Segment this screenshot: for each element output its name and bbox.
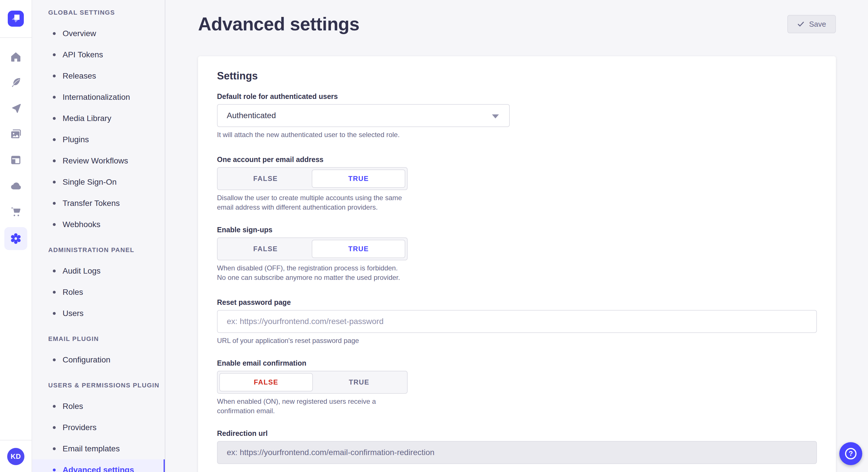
- sidebar-item-releases[interactable]: Releases: [32, 65, 165, 87]
- bullet-icon: [53, 469, 56, 471]
- bullet-icon: [53, 160, 56, 162]
- page-header: Advanced settings Save: [198, 11, 836, 37]
- bullet-icon: [53, 405, 56, 408]
- one-account-option-false[interactable]: FALSE: [219, 169, 312, 188]
- bullet-icon: [53, 447, 56, 450]
- sidebar-item-review-workflows[interactable]: Review Workflows: [32, 150, 165, 171]
- default-role-select[interactable]: Authenticated: [217, 104, 510, 127]
- paper-plane-icon[interactable]: [10, 103, 22, 114]
- bullet-icon: [53, 117, 56, 120]
- reset-password-hint: URL of your application's reset password…: [217, 336, 817, 345]
- sidebar-item-label: Advanced settings: [63, 465, 134, 472]
- bullet-icon: [53, 138, 56, 141]
- bullet-icon: [53, 32, 56, 35]
- sidebar-section-title: Administration Panel: [32, 242, 165, 258]
- email-confirmation-option-true[interactable]: TRUE: [313, 373, 405, 392]
- one-account-toggle: FALSE TRUE: [217, 167, 408, 190]
- sidebar-section-email-plugin: Email Plugin Configuration: [32, 331, 165, 370]
- default-role-label: Default role for authenticated users: [217, 92, 817, 101]
- sidebar-item-api-tokens[interactable]: API Tokens: [32, 44, 165, 65]
- sidebar-section-title: Users & Permissions plugin: [32, 377, 165, 394]
- one-account-option-true[interactable]: TRUE: [312, 169, 405, 188]
- field-default-role: Default role for authenticated users Aut…: [217, 92, 817, 139]
- user-avatar[interactable]: KD: [7, 448, 24, 465]
- sidebar-item-overview[interactable]: Overview: [32, 23, 165, 44]
- sidebar-item-label: Review Workflows: [63, 156, 128, 165]
- page-title: Advanced settings: [198, 13, 360, 35]
- sidebar-item-transfer-tokens[interactable]: Transfer Tokens: [32, 193, 165, 214]
- one-account-hint: Disallow the user to create multiple acc…: [217, 193, 408, 212]
- nav-rail: KD: [0, 0, 32, 472]
- sidebar-item-plugins[interactable]: Plugins: [32, 129, 165, 150]
- sidebar-item-label: Audit Logs: [63, 266, 100, 276]
- chevron-down-icon: [492, 114, 499, 119]
- sidebar-item-internationalization[interactable]: Internationalization: [32, 87, 165, 108]
- email-confirmation-label: Enable email confirmation: [217, 359, 817, 367]
- settings-card: Settings Default role for authenticated …: [198, 56, 836, 472]
- save-button-label: Save: [809, 20, 826, 29]
- sidebar-item-up-roles[interactable]: Roles: [32, 396, 165, 417]
- sidebar-item-media-library[interactable]: Media Library: [32, 108, 165, 129]
- sidebar-item-admin-users[interactable]: Users: [32, 303, 165, 324]
- sidebar-section-global-settings: Global Settings Overview API Tokens Rele…: [32, 5, 165, 235]
- field-reset-password-page: Reset password page URL of your applicat…: [217, 298, 817, 345]
- field-redirection-url: Redirection url: [217, 429, 817, 464]
- bullet-icon: [53, 291, 56, 294]
- sidebar-item-label: Configuration: [63, 355, 111, 365]
- strapi-logo[interactable]: [8, 11, 24, 27]
- main-content: Advanced settings Save Settings Default …: [165, 0, 868, 472]
- sidebar-item-providers[interactable]: Providers: [32, 417, 165, 438]
- sidebar-section-title: Global Settings: [32, 5, 165, 21]
- sidebar-item-label: Plugins: [63, 135, 89, 144]
- bullet-icon: [53, 181, 56, 183]
- cart-icon[interactable]: [10, 206, 22, 217]
- question-mark-icon: ?: [845, 448, 857, 460]
- field-enable-email-confirmation: Enable email confirmation FALSE TRUE Whe…: [217, 359, 817, 415]
- one-account-label: One account per email address: [217, 156, 817, 164]
- feather-icon[interactable]: [10, 77, 22, 88]
- home-icon[interactable]: [10, 51, 22, 63]
- sidebar-item-label: Email templates: [63, 444, 120, 453]
- layout-icon[interactable]: [10, 154, 22, 166]
- sidebar-item-label: Webhooks: [63, 220, 100, 229]
- enable-sign-ups-option-true[interactable]: TRUE: [312, 240, 405, 258]
- app-window: KD Global Settings Overview API Tokens R…: [0, 0, 868, 472]
- sidebar-section-title: Email Plugin: [32, 331, 165, 347]
- check-icon: [797, 20, 805, 28]
- media-library-icon[interactable]: [10, 129, 22, 140]
- bullet-icon: [53, 359, 56, 361]
- sidebar-item-admin-roles[interactable]: Roles: [32, 281, 165, 303]
- bullet-icon: [53, 74, 56, 77]
- workspace-logo-section: [0, 0, 32, 38]
- sidebar-item-advanced-settings[interactable]: Advanced settings: [32, 460, 165, 472]
- cloud-icon[interactable]: [10, 180, 22, 192]
- bullet-icon: [53, 270, 56, 272]
- sidebar-item-audit-logs[interactable]: Audit Logs: [32, 260, 165, 281]
- reset-password-label: Reset password page: [217, 298, 817, 307]
- bullet-icon: [53, 96, 56, 99]
- rail-footer: KD: [0, 440, 32, 472]
- enable-sign-ups-toggle: FALSE TRUE: [217, 237, 408, 260]
- enable-sign-ups-label: Enable sign-ups: [217, 226, 817, 234]
- reset-password-input[interactable]: [217, 310, 817, 333]
- enable-sign-ups-option-false[interactable]: FALSE: [219, 240, 312, 258]
- sidebar-item-email-templates[interactable]: Email templates: [32, 438, 165, 460]
- sidebar-item-label: Roles: [63, 402, 83, 411]
- bullet-icon: [53, 426, 56, 429]
- sidebar-item-webhooks[interactable]: Webhooks: [32, 214, 165, 235]
- help-button[interactable]: ?: [839, 442, 862, 465]
- email-confirmation-option-false[interactable]: FALSE: [219, 373, 313, 392]
- rail-icon-list: [4, 51, 27, 250]
- sidebar-item-single-sign-on[interactable]: Single Sign-On: [32, 171, 165, 193]
- sidebar-item-label: Transfer Tokens: [63, 199, 120, 208]
- sidebar-item-label: Providers: [63, 423, 96, 432]
- field-enable-sign-ups: Enable sign-ups FALSE TRUE When disabled…: [217, 226, 817, 282]
- sidebar-item-label: Users: [63, 309, 84, 318]
- sidebar-section-administration-panel: Administration Panel Audit Logs Roles Us…: [32, 242, 165, 324]
- sidebar-item-label: Media Library: [63, 114, 112, 123]
- sidebar-item-email-configuration[interactable]: Configuration: [32, 349, 165, 370]
- default-role-selected-value: Authenticated: [227, 111, 276, 120]
- settings-gear-icon[interactable]: [4, 227, 27, 250]
- email-confirmation-toggle: FALSE TRUE: [217, 371, 408, 394]
- save-button[interactable]: Save: [787, 15, 836, 33]
